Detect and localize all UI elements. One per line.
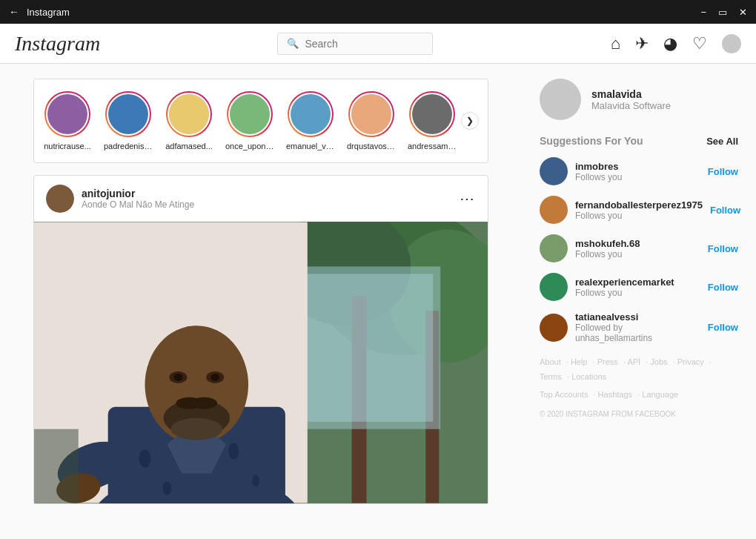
suggestion-avatar bbox=[540, 196, 568, 224]
story-item[interactable]: padredenisri... bbox=[104, 91, 153, 151]
main-layout: nutricrause... padredenisri... adfamased… bbox=[0, 64, 756, 539]
suggestion-info: realexperiencemarket Follows you bbox=[575, 277, 700, 298]
post-options-button[interactable]: ⋯ bbox=[460, 190, 476, 208]
copyright: © 2020 INSTAGRAM FROM FACEBOOK bbox=[540, 408, 738, 421]
follow-button[interactable]: Follow bbox=[708, 322, 738, 333]
home-icon[interactable]: ⌂ bbox=[611, 34, 620, 53]
suggestion-name: inmobres bbox=[575, 161, 700, 172]
footer-link-jobs[interactable]: Jobs bbox=[650, 357, 667, 366]
see-all-button[interactable]: See All bbox=[706, 136, 738, 147]
story-avatar-inner bbox=[107, 93, 150, 136]
footer-link-press[interactable]: Press bbox=[597, 357, 618, 366]
direct-icon[interactable]: ✈ bbox=[635, 34, 649, 53]
stories-container: nutricrause... padredenisri... adfamased… bbox=[33, 79, 488, 163]
back-button[interactable]: ← bbox=[9, 6, 19, 18]
post-image bbox=[34, 222, 488, 503]
footer-link-privacy[interactable]: Privacy bbox=[677, 357, 704, 366]
stories-next-button[interactable]: ❯ bbox=[461, 112, 479, 130]
footer-links-2: Top Accounts · Hashtags · Language bbox=[540, 388, 738, 403]
suggestion-item: tatianealvessi Followed by unhas_bellama… bbox=[540, 311, 738, 343]
suggestion-sub: Follows you bbox=[575, 211, 703, 221]
follow-button[interactable]: Follow bbox=[708, 166, 738, 177]
story-item[interactable]: nutricrause... bbox=[43, 91, 92, 151]
window-controls: − ▭ ✕ bbox=[700, 7, 747, 18]
story-avatar-inner bbox=[350, 93, 393, 136]
maximize-button[interactable]: ▭ bbox=[718, 7, 727, 18]
story-avatar-inner bbox=[289, 93, 332, 136]
stories-scroll: nutricrause... padredenisri... adfamased… bbox=[43, 91, 458, 151]
suggestion-sub: Follows you bbox=[575, 249, 700, 259]
svg-point-15 bbox=[139, 450, 151, 468]
post-figure bbox=[34, 222, 488, 503]
story-label: drqustavost... bbox=[347, 142, 396, 151]
profile-mini-info: smalavida Malavida Software bbox=[591, 88, 671, 111]
suggestion-info: mshokufeh.68 Follows you bbox=[575, 238, 700, 259]
sidebar: smalavida Malavida Software Suggestions … bbox=[522, 64, 756, 539]
activity-icon[interactable]: ♡ bbox=[692, 34, 707, 53]
footer-link-about[interactable]: About bbox=[540, 357, 561, 366]
suggestion-avatar bbox=[540, 314, 568, 342]
post-avatar bbox=[46, 185, 74, 213]
search-box[interactable]: 🔍 bbox=[277, 33, 433, 55]
svg-point-16 bbox=[162, 481, 171, 495]
post-user-info: anitojunior Aonde O Mal Não Me Atinge bbox=[82, 188, 194, 210]
profile-mini-handle: Malavida Software bbox=[591, 100, 671, 111]
search-input[interactable] bbox=[305, 38, 423, 50]
story-avatar-inner bbox=[411, 93, 454, 136]
svg-rect-29 bbox=[34, 429, 79, 503]
window-title: Instagram bbox=[27, 7, 70, 18]
minimize-button[interactable]: − bbox=[700, 7, 706, 18]
story-avatar-ring bbox=[288, 91, 334, 137]
story-item[interactable]: adfamased... bbox=[165, 91, 213, 151]
sidebar-footer: About · Help · Press · API · Jobs · Priv… bbox=[540, 355, 738, 421]
search-icon: 🔍 bbox=[287, 38, 299, 49]
window-chrome: ← Instagram − ▭ ✕ bbox=[0, 0, 756, 24]
footer-link-hashtags[interactable]: Hashtags bbox=[598, 390, 632, 399]
svg-point-26 bbox=[190, 397, 217, 409]
story-item[interactable]: once_upon_... bbox=[225, 91, 274, 151]
story-label: padredenisri... bbox=[104, 142, 153, 151]
suggestion-info: tatianealvessi Followed by unhas_bellama… bbox=[575, 311, 700, 343]
svg-point-17 bbox=[228, 443, 239, 460]
top-nav: Instagram 🔍 ⌂ ✈ ◕ ♡ bbox=[0, 24, 756, 64]
story-avatar-ring bbox=[44, 91, 90, 137]
suggestions-header: Suggestions For You See All bbox=[540, 135, 738, 147]
suggestion-name: realexperiencemarket bbox=[575, 277, 700, 288]
follow-button[interactable]: Follow bbox=[708, 282, 738, 293]
suggestion-name: tatianealvessi bbox=[575, 311, 700, 323]
footer-link-terms[interactable]: Terms bbox=[540, 372, 562, 381]
suggestion-avatar bbox=[540, 157, 568, 185]
story-avatar-inner bbox=[228, 93, 271, 136]
story-avatar-ring bbox=[166, 91, 212, 137]
footer-link-language[interactable]: Language bbox=[642, 390, 678, 399]
story-item[interactable]: andressame... bbox=[408, 91, 457, 151]
story-avatar-inner bbox=[168, 93, 210, 136]
footer-link-api[interactable]: API bbox=[627, 357, 640, 366]
close-button[interactable]: ✕ bbox=[739, 7, 747, 18]
post-header: anitojunior Aonde O Mal Não Me Atinge ⋯ bbox=[34, 176, 488, 222]
footer-link-help[interactable]: Help bbox=[571, 357, 588, 366]
explore-icon[interactable]: ◕ bbox=[663, 34, 677, 53]
story-item[interactable]: emanuel_ve... bbox=[286, 91, 335, 151]
suggestion-avatar bbox=[540, 234, 568, 262]
footer-link-locations[interactable]: Locations bbox=[571, 372, 606, 381]
svg-point-18 bbox=[252, 475, 259, 487]
post-username: anitojunior bbox=[82, 188, 194, 199]
feed: nutricrause... padredenisri... adfamased… bbox=[0, 64, 522, 539]
story-label: andressame... bbox=[408, 142, 457, 151]
suggestion-sub: Follows you bbox=[575, 288, 700, 298]
instagram-logo: Instagram bbox=[15, 32, 100, 56]
follow-button[interactable]: Follow bbox=[710, 205, 740, 216]
footer-link-top-accounts[interactable]: Top Accounts bbox=[540, 390, 588, 399]
follow-button[interactable]: Follow bbox=[708, 243, 738, 254]
suggestion-info: inmobres Follows you bbox=[575, 161, 700, 182]
suggestion-name: fernandoballesterperez1975 bbox=[575, 199, 703, 211]
story-item[interactable]: drqustavost... bbox=[347, 91, 396, 151]
profile-avatar[interactable] bbox=[722, 34, 741, 53]
story-label: adfamased... bbox=[165, 142, 213, 151]
svg-rect-8 bbox=[300, 274, 433, 421]
suggestion-name: mshokufeh.68 bbox=[575, 238, 700, 249]
post-subtitle: Aonde O Mal Não Me Atinge bbox=[82, 199, 194, 210]
suggestion-item: realexperiencemarket Follows you Follow bbox=[540, 273, 738, 301]
story-label: once_upon_... bbox=[225, 142, 274, 151]
